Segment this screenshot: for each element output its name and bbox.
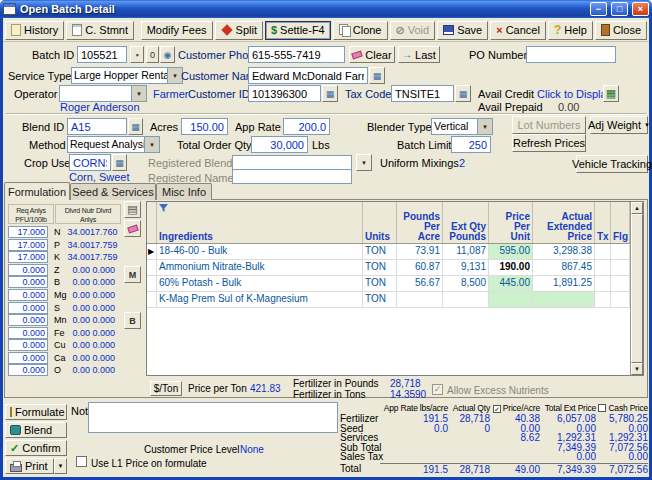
registered-blend-field[interactable] [232,155,352,170]
grid-header-units[interactable]: Units [363,202,397,243]
lot-numbers-button[interactable]: Lot Numbers [512,116,586,134]
ingredient-row[interactable]: Ammonium Nitrate-Bulk TON 60.87 9,131 19… [147,260,630,276]
acres-field[interactable] [181,118,228,135]
batch-search-button[interactable]: ◉ [160,46,175,63]
avail-credit-link[interactable]: Click to Display [537,88,612,100]
ext-qty-cell[interactable]: 11,087 [443,244,489,259]
grid-header-pounds-per-acre[interactable]: Pounds Per Acre [397,202,443,243]
grid-header-extended-price[interactable]: Actual Extended Price [533,202,595,243]
customer-id-field[interactable] [248,85,321,102]
formulate-button[interactable]: Formulate [5,404,67,420]
close-button[interactable]: Close [595,21,647,40]
batch-options-button[interactable]: ▪ [130,46,144,63]
ingredient-name-cell[interactable]: 60% Potash - Bulk [157,276,363,291]
price-per-unit-cell[interactable]: 190.00 [489,260,533,275]
tx-cell[interactable] [595,244,611,259]
extended-price-cell[interactable] [533,292,595,307]
ingredient-name-cell[interactable]: Ammonium Nitrate-Bulk [157,260,363,275]
service-type-select[interactable]: Large Hopper Rental▼ [71,67,183,84]
help-button[interactable]: ?Help [548,21,593,40]
extended-price-cell[interactable]: 867.45 [533,260,595,275]
req-analysis-value[interactable]: 17.000 [8,239,48,251]
req-analysis-value[interactable]: 0.000 [8,264,48,276]
settle-button[interactable]: $Settle-F4 [265,21,331,40]
price-acre-checkbox[interactable]: ✓ [493,405,501,413]
req-analysis-value[interactable]: 17.000 [8,251,48,263]
history-button[interactable]: History [5,21,64,40]
ext-qty-cell[interactable]: 8,500 [443,276,489,291]
flg-cell[interactable] [611,244,630,259]
customer-phone-field[interactable] [248,46,345,63]
avail-credit-icon[interactable]: ▦ [603,85,619,102]
units-cell[interactable]: TON [363,276,397,291]
registered-name-field[interactable] [232,169,352,184]
po-number-field[interactable] [526,46,616,63]
req-analysis-value[interactable]: 17.000 [8,226,48,238]
dropdown-arrow-icon[interactable]: ▼ [144,137,159,152]
tx-cell[interactable] [595,276,611,291]
use-l1-checkbox[interactable] [76,456,87,467]
batch-id-field[interactable] [77,46,127,63]
dropdown-arrow-icon[interactable]: ▼ [167,68,182,83]
extended-price-cell[interactable]: 1,891.25 [533,276,595,291]
scrollbar-thumb[interactable] [631,214,643,363]
scroll-up-icon[interactable]: ▲ [631,202,643,214]
customer-name-field[interactable] [248,67,368,84]
ingredient-row[interactable]: ▶ 18-46-00 - Bulk TON 73.91 11,087 595.0… [147,244,630,260]
price-per-unit-cell[interactable] [489,292,533,307]
split-button[interactable]: Split [215,21,263,40]
blend-id-field[interactable] [67,118,127,135]
grid-header-ingredients[interactable]: Ingredients [157,202,363,243]
ext-qty-cell[interactable]: 9,131 [443,260,489,275]
clear-phone-button[interactable]: Clear [349,46,395,63]
operator-select[interactable]: ▼ [59,85,147,102]
ingredient-row[interactable]: 60% Potash - Bulk TON 56.67 8,500 445.00… [147,276,630,292]
grid-header-tx[interactable]: Tx [595,202,611,243]
tx-cell[interactable] [595,292,611,307]
method-select[interactable]: Request Analysis▼ [67,136,160,153]
customer-id-lookup-button[interactable]: ▦ [322,85,338,102]
batch-limit-field[interactable] [451,136,491,153]
modify-fees-button[interactable]: Modify Fees [141,21,213,40]
customer-name-lookup-button[interactable]: ▦ [369,67,385,84]
tx-cell[interactable] [595,260,611,275]
grid-scrollbar[interactable]: ▲ ▼ [630,202,643,375]
req-analysis-value[interactable]: 0.000 [8,314,48,326]
cancel-button[interactable]: ×Cancel [490,21,546,40]
void-button[interactable]: ⊘Void [390,21,436,40]
maximize-button[interactable]: □ [611,2,628,16]
flg-cell[interactable] [611,292,630,307]
report-button[interactable]: ▤ [124,201,141,218]
tax-code-lookup-button[interactable]: ▦ [455,85,471,102]
tab-formulation[interactable]: Formulation [4,182,70,200]
req-analysis-value[interactable]: 0.000 [8,364,48,376]
req-analysis-value[interactable]: 0.000 [8,339,48,351]
batch-count-button[interactable]: 0 [146,46,159,63]
flg-cell[interactable] [611,276,630,291]
flg-cell[interactable] [611,260,630,275]
registered-blend-dropdown-button[interactable]: ▼ [356,154,372,171]
note-input[interactable] [88,402,338,433]
save-button[interactable]: Save [437,21,488,40]
confirm-button[interactable]: ✓Confirm [5,440,67,456]
req-analysis-value[interactable]: 0.000 [8,352,48,364]
crop-use-lookup-button[interactable]: ▦ [112,154,127,171]
erase-grid-button[interactable] [124,220,141,237]
price-per-unit-cell[interactable]: 445.00 [489,276,533,291]
pounds-per-acre-cell[interactable] [397,292,443,307]
total-order-qty-field[interactable] [251,136,308,153]
units-cell[interactable]: TON [363,244,397,259]
tax-code-field[interactable] [391,85,454,102]
crop-use-field[interactable] [69,154,111,171]
blender-type-select[interactable]: Vertical▼ [431,118,493,135]
req-analysis-value[interactable]: 0.000 [8,289,48,301]
minimize-button[interactable]: − [590,2,607,16]
blend-mode-button[interactable]: B [124,312,141,329]
print-options-dropdown-button[interactable]: ▼ [54,458,67,474]
filter-funnel-icon[interactable] [159,204,168,213]
adj-weight-button[interactable]: Adj Weight▼ [590,116,648,134]
req-analysis-value[interactable]: 0.000 [8,276,48,288]
print-button[interactable]: Print [5,458,54,474]
clone-button[interactable]: Clone [333,21,388,40]
dropdown-arrow-icon[interactable]: ▼ [477,119,492,134]
